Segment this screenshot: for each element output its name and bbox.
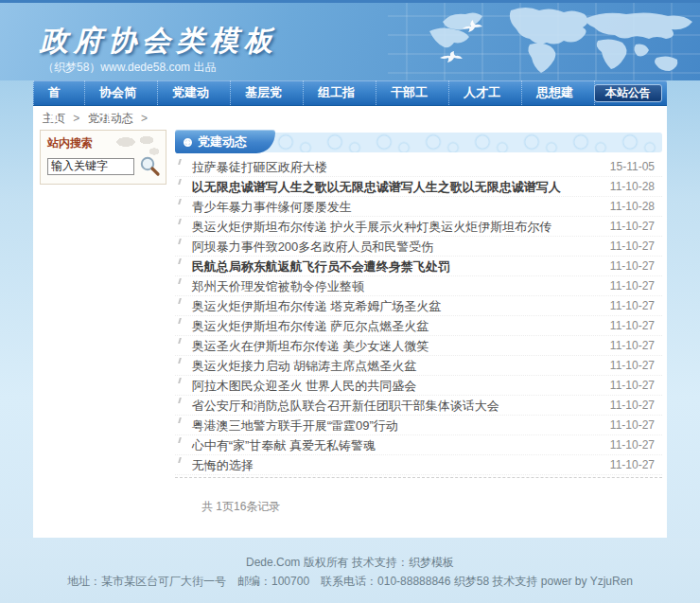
article-link[interactable]: 无悔的选择 <box>192 458 254 472</box>
list-divider <box>175 477 662 478</box>
article-row: 11-10-27 省公安厅和消防总队联合召开新任团职干部集体谈话大会 <box>175 396 662 416</box>
article-date: 11-10-27 <box>610 316 655 336</box>
site-header: 政府协会类模板 （织梦58）www.dede58.com 出品 <box>0 3 700 80</box>
sidebar: 站内搜索 <box>33 130 175 515</box>
article-date: 11-10-28 <box>610 177 655 197</box>
nav-item[interactable]: 党建动态 <box>157 80 230 105</box>
pagination-info: 共 1页16条记录 <box>201 499 662 515</box>
nav-item[interactable]: 人才工作 <box>448 80 521 105</box>
article-link[interactable]: 奥运火炬伊斯坦布尔传递 塔克希姆广场圣火盆 <box>192 299 442 313</box>
article-row: 11-10-27 奥运火炬伊斯坦布尔传递 护火手展示火种灯奥运火炬伊斯坦布尔传 <box>175 217 662 237</box>
article-row: 11-10-27 无悔的选择 <box>175 455 662 475</box>
article-link[interactable]: 郑州天价理发馆被勒令停业整顿 <box>192 279 364 293</box>
article-row: 11-10-27 阿坝暴力事件致200多名政府人员和民警受伤 <box>175 237 662 257</box>
article-date: 11-10-27 <box>610 336 655 356</box>
site-title: 政府协会类模板 <box>40 22 278 61</box>
nav-item[interactable]: 协会简介 <box>84 80 157 105</box>
article-date: 11-10-28 <box>610 197 655 217</box>
section-title: 党建动态 <box>198 134 247 149</box>
nav-item[interactable]: 首页 <box>33 80 84 105</box>
nav-item[interactable]: 基层党建 <box>230 80 303 105</box>
nav-item[interactable]: 思想建设 <box>521 80 594 105</box>
circle-bullet-icon <box>184 138 192 147</box>
dove-icon <box>462 20 482 33</box>
article-link[interactable]: 奥运火炬伊斯坦布尔传递 萨厄尔点燃圣火盆 <box>192 319 429 333</box>
article-row: 11-10-27 阿拉木图民众迎圣火 世界人民的共同盛会 <box>175 376 662 396</box>
article-link[interactable]: 心中有“家”甘奉献 真爱无私铸警魂 <box>192 438 376 452</box>
article-date: 11-10-27 <box>610 217 655 237</box>
main-column: 党建动态 15-11-05 拉萨暴徒打砸区政府大楼 11-10-28 以无限忠诚… <box>175 130 662 515</box>
article-link[interactable]: 青少年暴力事件缘何屡屡发生 <box>192 200 352 214</box>
article-link[interactable]: 奥运圣火在伊斯坦布尔传递 美少女迷人微笑 <box>192 339 429 353</box>
nav-items: 首页协会简介党建动态基层党建组工指南干部工作人才工作思想建设荣誉奖项 <box>33 80 667 105</box>
article-link[interactable]: 奥运火炬接力启动 胡锦涛主席点燃圣火盆 <box>192 359 417 373</box>
article-date: 15-11-05 <box>610 157 655 177</box>
breadcrumb-separator: > <box>141 112 148 125</box>
article-row: 11-10-28 青少年暴力事件缘何屡屡发生 <box>175 197 662 217</box>
article-date: 11-10-27 <box>610 237 655 257</box>
search-icon[interactable] <box>139 155 161 177</box>
article-row: 11-10-27 心中有“家”甘奉献 真爱无私铸警魂 <box>175 435 662 455</box>
article-link[interactable]: 以无限忠诚谱写人生之歌以无限忠诚谱写人生之歌以无限忠诚谱写人 <box>192 180 561 194</box>
search-box-title: 站内搜索 <box>47 135 159 151</box>
nav-item[interactable]: 组工指南 <box>303 80 376 105</box>
site-subtitle: （织梦58）www.dede58.com 出品 <box>43 60 216 76</box>
contact-line: 地址：某市某区台可厂大街一号 邮编：100700 联系电话：010-888888… <box>0 572 700 591</box>
article-link[interactable]: 省公安厅和消防总队联合召开新任团职干部集体谈话大会 <box>192 399 499 413</box>
article-link[interactable]: 粤港澳三地警方联手开展“雷霆09”行动 <box>192 418 398 433</box>
article-date: 11-10-27 <box>610 296 655 316</box>
article-row: 11-10-27 奥运火炬伊斯坦布尔传递 塔克希姆广场圣火盆 <box>175 296 662 316</box>
article-row: 11-10-27 粤港澳三地警方联手开展“雷霆09”行动 <box>175 416 662 435</box>
article-date: 11-10-27 <box>610 455 655 475</box>
article-row: 11-10-27 奥运圣火在伊斯坦布尔传递 美少女迷人微笑 <box>175 336 662 356</box>
article-date: 11-10-27 <box>610 435 655 455</box>
section-title-tab: 党建动态 <box>175 130 275 153</box>
article-link[interactable]: 阿坝暴力事件致200多名政府人员和民警受伤 <box>192 239 434 254</box>
article-link[interactable]: 民航总局称东航返航飞行员不会遭终身禁飞处罚 <box>192 259 450 274</box>
article-date: 11-10-27 <box>610 396 655 416</box>
article-link[interactable]: 奥运火炬伊斯坦布尔传递 护火手展示火种灯奥运火炬伊斯坦布尔传 <box>192 220 552 234</box>
section-header: 党建动态 <box>175 130 662 153</box>
article-row: 11-10-28 以无限忠诚谱写人生之歌以无限忠诚谱写人生之歌以无限忠诚谱写人 <box>175 177 662 197</box>
site-notice-button[interactable]: 本站公告 <box>594 84 662 102</box>
article-row: 15-11-05 拉萨暴徒打砸区政府大楼 <box>175 157 662 177</box>
article-date: 11-10-27 <box>610 376 655 396</box>
content-area: 主页 > 党建动态 > 站内搜索 <box>33 106 667 538</box>
site-search-box: 站内搜索 <box>40 130 166 185</box>
main-nav: 首页协会简介党建动态基层党建组工指南干部工作人才工作思想建设荣誉奖项 本站公告 <box>33 80 667 106</box>
article-date: 11-10-27 <box>610 276 655 296</box>
article-date: 11-10-27 <box>610 416 655 435</box>
article-link[interactable]: 拉萨暴徒打砸区政府大楼 <box>192 160 327 174</box>
article-date: 11-10-27 <box>610 356 655 376</box>
article-row: 11-10-27 民航总局称东航返航飞行员不会遭终身禁飞处罚 <box>175 257 662 276</box>
nav-item[interactable]: 干部工作 <box>376 80 448 105</box>
article-row: 11-10-27 郑州天价理发馆被勒令停业整顿 <box>175 276 662 296</box>
copyright-line: Dede.Com 版权所有 技术支持：织梦模板 <box>0 553 700 572</box>
breadcrumb: 主页 > 党建动态 > <box>33 106 667 128</box>
dove-icon <box>440 50 463 63</box>
page-footer: Dede.Com 版权所有 技术支持：织梦模板 地址：某市某区台可厂大街一号 邮… <box>0 538 700 603</box>
article-list: 15-11-05 拉萨暴徒打砸区政府大楼 11-10-28 以无限忠诚谱写人生之… <box>175 157 662 475</box>
article-row: 11-10-27 奥运火炬伊斯坦布尔传递 萨厄尔点燃圣火盆 <box>175 316 662 336</box>
search-input[interactable] <box>47 158 134 175</box>
article-row: 11-10-27 奥运火炬接力启动 胡锦涛主席点燃圣火盆 <box>175 356 662 376</box>
article-link[interactable]: 阿拉木图民众迎圣火 世界人民的共同盛会 <box>192 379 417 393</box>
breadcrumb-separator: > <box>73 112 79 125</box>
world-map-graphic <box>388 3 700 80</box>
article-date: 11-10-27 <box>610 257 655 276</box>
